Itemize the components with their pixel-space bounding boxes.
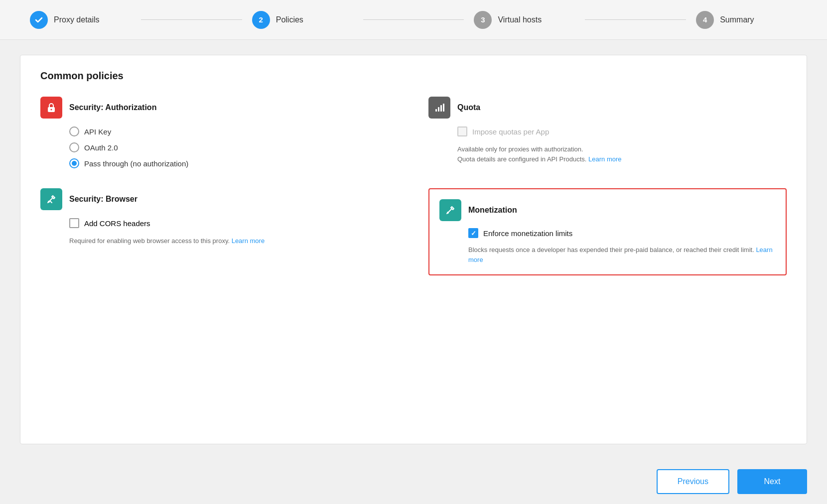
api-key-radio[interactable] bbox=[69, 126, 79, 136]
monetization-header: Monetization bbox=[439, 199, 776, 221]
step-circle-proxy-details bbox=[30, 11, 48, 29]
step-divider-2 bbox=[363, 19, 464, 20]
pass-through-radio[interactable] bbox=[69, 158, 79, 168]
quota-options: Impose quotas per App bbox=[428, 126, 787, 136]
oauth-option[interactable]: OAuth 2.0 bbox=[69, 142, 399, 152]
svg-rect-2 bbox=[435, 109, 437, 112]
monetization-section: Monetization Enforce monetization limits… bbox=[428, 188, 787, 275]
previous-button[interactable]: Previous bbox=[657, 469, 729, 494]
step-summary[interactable]: 4 Summary bbox=[696, 11, 797, 29]
svg-point-7 bbox=[447, 212, 449, 214]
svg-rect-3 bbox=[438, 107, 439, 112]
monetization-icon bbox=[439, 199, 461, 221]
security-auth-icon bbox=[40, 97, 62, 119]
security-auth-section: Security: Authorization API Key OAuth 2.… bbox=[40, 97, 399, 168]
cors-checkbox[interactable] bbox=[69, 218, 79, 228]
step-circle-policies: 2 bbox=[252, 11, 270, 29]
next-button[interactable]: Next bbox=[737, 469, 807, 494]
security-browser-description: Required for enabling web browser access… bbox=[40, 236, 399, 246]
step-circle-virtual-hosts: 3 bbox=[474, 11, 492, 29]
policies-grid: Security: Authorization API Key OAuth 2.… bbox=[40, 97, 787, 275]
impose-quota-option[interactable]: Impose quotas per App bbox=[457, 126, 787, 136]
quota-header: Quota bbox=[428, 97, 787, 119]
oauth-radio[interactable] bbox=[69, 142, 79, 152]
step-label-virtual-hosts: Virtual hosts bbox=[498, 15, 542, 24]
pass-through-option[interactable]: Pass through (no authorization) bbox=[69, 158, 399, 168]
monetization-description: Blocks requests once a developer has exp… bbox=[439, 245, 776, 264]
monetization-name: Monetization bbox=[468, 206, 517, 215]
step-proxy-details[interactable]: Proxy details bbox=[30, 11, 131, 29]
main-content: Common policies Security: Authorization bbox=[0, 40, 827, 459]
stepper: Proxy details 2 Policies 3 Virtual hosts… bbox=[0, 0, 827, 40]
step-circle-summary: 4 bbox=[696, 11, 714, 29]
step-virtual-hosts[interactable]: 3 Virtual hosts bbox=[474, 11, 575, 29]
security-auth-name: Security: Authorization bbox=[69, 103, 156, 112]
security-browser-options: Add CORS headers bbox=[40, 218, 399, 228]
card-title: Common policies bbox=[40, 70, 787, 82]
security-browser-section: Security: Browser Add CORS headers Requi… bbox=[40, 188, 399, 275]
svg-point-6 bbox=[48, 201, 50, 203]
step-policies[interactable]: 2 Policies bbox=[252, 11, 353, 29]
quota-description: Available only for proxies with authoriz… bbox=[428, 144, 787, 164]
cors-learn-more[interactable]: Learn more bbox=[232, 237, 265, 245]
api-key-option[interactable]: API Key bbox=[69, 126, 399, 136]
step-label-policies: Policies bbox=[276, 15, 303, 24]
step-divider-3 bbox=[585, 19, 686, 20]
quota-section: Quota Impose quotas per App Available on… bbox=[428, 97, 787, 168]
cors-option[interactable]: Add CORS headers bbox=[69, 218, 399, 228]
security-browser-icon bbox=[40, 188, 62, 210]
svg-rect-4 bbox=[440, 105, 442, 112]
quota-learn-more[interactable]: Learn more bbox=[588, 155, 621, 163]
impose-quota-checkbox[interactable] bbox=[457, 126, 467, 136]
step-label-summary: Summary bbox=[720, 15, 754, 24]
quota-icon bbox=[428, 97, 450, 119]
svg-rect-5 bbox=[443, 104, 444, 112]
security-auth-options: API Key OAuth 2.0 Pass through (no autho… bbox=[40, 126, 399, 168]
enforce-monetization-option[interactable]: Enforce monetization limits bbox=[468, 228, 776, 238]
step-divider-1 bbox=[141, 19, 242, 20]
security-browser-name: Security: Browser bbox=[69, 195, 138, 204]
quota-name: Quota bbox=[457, 103, 480, 112]
policies-card: Common policies Security: Authorization bbox=[20, 55, 807, 444]
step-label-proxy-details: Proxy details bbox=[54, 15, 100, 24]
enforce-monetization-checkbox[interactable] bbox=[468, 228, 478, 238]
monetization-options: Enforce monetization limits bbox=[439, 228, 776, 238]
footer: Previous Next bbox=[0, 459, 827, 504]
security-browser-header: Security: Browser bbox=[40, 188, 399, 210]
svg-point-1 bbox=[51, 109, 52, 111]
security-auth-header: Security: Authorization bbox=[40, 97, 399, 119]
